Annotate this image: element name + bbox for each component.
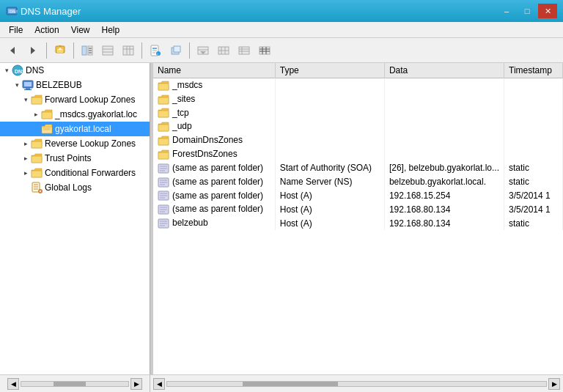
- conditional-label: Conditional Forwarders: [45, 168, 136, 178]
- trust-label: Trust Points: [45, 153, 92, 163]
- right-scroll-thumb: [243, 382, 337, 386]
- table-row[interactable]: (same as parent folder)Host (A)192.168.8…: [153, 202, 563, 216]
- folder-icon: [158, 95, 169, 105]
- col-type[interactable]: Type: [275, 63, 384, 78]
- cell-data: [384, 147, 504, 161]
- maximize-button[interactable]: □: [518, 4, 537, 18]
- svg-rect-28: [174, 46, 180, 52]
- logs-label: Global Logs: [45, 182, 92, 193]
- tree-item-logs[interactable]: Global Logs: [0, 180, 150, 195]
- minimize-button[interactable]: –: [497, 4, 516, 18]
- show-hide-button[interactable]: [78, 41, 97, 60]
- svg-rect-52: [42, 112, 52, 119]
- left-scroll-track[interactable]: [21, 381, 129, 387]
- table-row[interactable]: _tcp: [153, 106, 563, 120]
- table-row[interactable]: _udp: [153, 119, 563, 133]
- tree-item-conditional[interactable]: ▸ Conditional Forwarders: [0, 166, 150, 180]
- toolbar: i: [0, 38, 563, 63]
- svg-rect-68: [158, 111, 169, 117]
- right-scroll-right[interactable]: ▶: [548, 378, 560, 390]
- table-row[interactable]: DomainDnsZones: [153, 133, 563, 147]
- msdcs-label: _msdcs.gyakorlat.loc: [55, 109, 137, 119]
- trust-toggle[interactable]: ▸: [21, 153, 31, 163]
- table-row[interactable]: ForestDnsZones: [153, 147, 563, 161]
- svg-rect-53: [42, 127, 52, 133]
- table-row[interactable]: belzebubHost (A)192.168.80.134static: [153, 216, 563, 230]
- table-row[interactable]: _sites: [153, 92, 563, 106]
- dns-toggle[interactable]: ▾: [1, 65, 12, 75]
- back-button[interactable]: [3, 41, 22, 60]
- tree-item-forward[interactable]: ▾ Forward Lookup Zones: [0, 92, 150, 107]
- cell-name: _sites: [153, 92, 275, 106]
- btn-7[interactable]: [235, 41, 254, 60]
- col-data[interactable]: Data: [384, 63, 504, 78]
- cell-type: [275, 133, 384, 147]
- menu-file[interactable]: File: [3, 23, 29, 37]
- name-text: _udp: [172, 121, 192, 131]
- col-name[interactable]: Name: [153, 63, 275, 78]
- left-scroll-area: ◀ ▶: [4, 375, 145, 392]
- tree-item-msdcs[interactable]: ▸ _msdcs.gyakorlat.loc: [0, 107, 150, 122]
- cell-type: Host (A): [275, 189, 384, 203]
- title-bar-text: DNS Manager: [21, 6, 81, 17]
- tree-item-reverse[interactable]: ▸ Reverse Lookup Zones: [0, 136, 150, 151]
- right-scroll-area: ◀ ▶: [150, 375, 563, 392]
- tree-item-gyakorlat[interactable]: gyakorlat.local: [0, 122, 150, 136]
- belzebub-toggle[interactable]: ▾: [12, 80, 22, 90]
- right-scroll-left[interactable]: ◀: [153, 378, 165, 390]
- details-button[interactable]: [119, 41, 138, 60]
- tree-item-dns[interactable]: ▾ DNS DNS: [0, 63, 150, 78]
- toolbar-sep-1: [46, 42, 47, 59]
- forward-toggle[interactable]: ▾: [21, 95, 31, 105]
- tree-item-belzebub[interactable]: ▾ BELZEBUB: [0, 78, 150, 92]
- name-text: _tcp: [172, 108, 189, 118]
- computer-icon: [22, 79, 34, 91]
- table-row[interactable]: (same as parent folder)Host (A)192.168.1…: [153, 189, 563, 203]
- close-button[interactable]: ✕: [538, 4, 557, 18]
- up-button[interactable]: [51, 41, 70, 60]
- col-timestamp[interactable]: Timestamp: [504, 63, 563, 78]
- cell-type: Start of Authority (SOA): [275, 161, 384, 175]
- table-row[interactable]: _msdcs: [153, 78, 563, 92]
- cell-timestamp: [504, 119, 563, 133]
- tree-item-trust[interactable]: ▸ Trust Points: [0, 151, 150, 166]
- gyakorlat-toggle[interactable]: [31, 124, 41, 134]
- name-text: _sites: [172, 94, 195, 104]
- msdcs-toggle[interactable]: ▸: [31, 109, 41, 119]
- forward-button[interactable]: [23, 41, 43, 60]
- belzebub-label: BELZEBUB: [36, 80, 82, 90]
- cell-name: (same as parent folder): [153, 175, 275, 189]
- table-row[interactable]: (same as parent folder)Start of Authorit…: [153, 161, 563, 175]
- record-icon: [158, 177, 169, 188]
- right-scroll-track[interactable]: [166, 381, 547, 387]
- record-icon: [158, 204, 169, 215]
- table-row[interactable]: (same as parent folder)Name Server (NS)b…: [153, 175, 563, 189]
- conditional-toggle[interactable]: ▸: [21, 168, 31, 178]
- left-scroll-left[interactable]: ◀: [7, 378, 19, 390]
- menu-view[interactable]: View: [65, 23, 96, 37]
- left-scroll-thumb: [54, 382, 86, 386]
- reverse-toggle[interactable]: ▸: [21, 138, 31, 149]
- cell-name: ForestDnsZones: [153, 147, 275, 161]
- properties-button[interactable]: i: [146, 41, 165, 60]
- folder-icon: [158, 122, 169, 132]
- record-icon: [158, 218, 169, 229]
- cell-data: 192.168.80.134: [384, 202, 504, 216]
- btn-6[interactable]: [214, 41, 233, 60]
- toolbar-sep-3: [141, 42, 142, 59]
- folder-icon: [158, 81, 169, 91]
- list-button[interactable]: [98, 41, 117, 60]
- btn-5[interactable]: [194, 41, 213, 60]
- new-window-button[interactable]: [166, 41, 185, 60]
- cell-timestamp: [504, 133, 563, 147]
- btn-8[interactable]: [255, 41, 274, 60]
- record-icon: [158, 163, 169, 174]
- svg-rect-56: [32, 141, 42, 148]
- cell-type: Name Server (NS): [275, 175, 384, 189]
- cell-timestamp: static: [504, 161, 563, 175]
- cell-type: Host (A): [275, 216, 384, 230]
- left-scroll-right[interactable]: ▶: [130, 378, 142, 390]
- title-bar: DNS DNS Manager – □ ✕: [0, 0, 563, 22]
- menu-action[interactable]: Action: [29, 23, 65, 37]
- menu-help[interactable]: Help: [96, 23, 126, 37]
